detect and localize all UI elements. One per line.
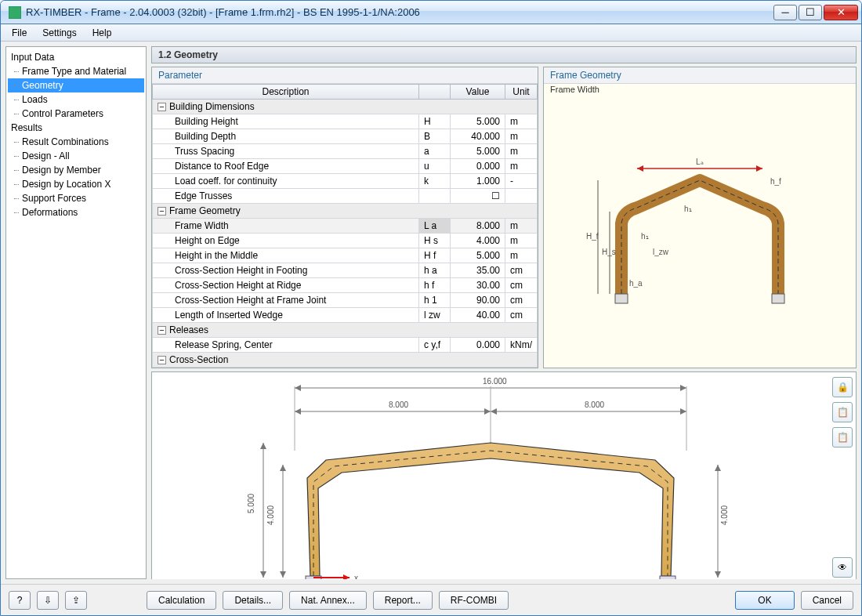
svg-rect-0 bbox=[615, 294, 628, 303]
svg-text:Lₐ: Lₐ bbox=[696, 158, 704, 166]
panel-title: 1.2 Geometry bbox=[151, 46, 857, 63]
minimize-button[interactable]: ─ bbox=[773, 5, 797, 20]
menu-settings[interactable]: Settings bbox=[36, 26, 82, 40]
svg-marker-16 bbox=[295, 385, 301, 391]
sidebar-item-design-locx[interactable]: Design by Location X bbox=[8, 177, 144, 191]
svg-marker-3 bbox=[637, 165, 643, 172]
nat-annex-button[interactable]: Nat. Annex... bbox=[289, 591, 367, 610]
drawing-panel: 16.000 8.000 8.000 bbox=[151, 371, 857, 579]
svg-marker-43 bbox=[280, 571, 286, 578]
tree-head-input: Input Data bbox=[8, 50, 144, 64]
calculation-button[interactable]: Calculation bbox=[147, 591, 216, 610]
svg-text:h_a: h_a bbox=[629, 279, 643, 288]
menubar: File Settings Help bbox=[1, 24, 861, 42]
parameter-label: Parameter bbox=[152, 67, 538, 84]
svg-text:5.000: 5.000 bbox=[247, 494, 255, 513]
menu-file[interactable]: File bbox=[5, 26, 33, 40]
col-desc: Description bbox=[153, 85, 419, 100]
rf-combi-button[interactable]: RF-COMBI bbox=[439, 591, 509, 610]
sidebar-item-deform[interactable]: Deformations bbox=[8, 205, 144, 219]
view-icon[interactable]: 👁 bbox=[832, 557, 853, 578]
svg-marker-17 bbox=[680, 385, 686, 391]
svg-marker-46 bbox=[715, 465, 721, 471]
preview-canvas: Lₐ h_f H_f H_s h₁ h₁ l_zw h bbox=[544, 95, 856, 368]
sidebar-item-loads[interactable]: Loads bbox=[8, 92, 144, 107]
preview-sub: Frame Width bbox=[544, 84, 856, 95]
copy2-icon[interactable]: 📋 bbox=[832, 427, 853, 448]
cancel-button[interactable]: Cancel bbox=[801, 591, 853, 610]
maximize-button[interactable]: ☐ bbox=[799, 5, 822, 20]
tree-head-results: Results bbox=[8, 121, 144, 135]
lock-icon[interactable]: 🔒 bbox=[832, 377, 853, 397]
app-icon bbox=[9, 6, 21, 19]
svg-text:H_f: H_f bbox=[586, 232, 599, 241]
sidebar-item-design-all[interactable]: Design - All bbox=[8, 149, 144, 163]
group-releases[interactable]: −Releases bbox=[153, 323, 538, 338]
drawing-canvas[interactable]: 16.000 8.000 8.000 bbox=[152, 372, 829, 579]
svg-text:4.000: 4.000 bbox=[720, 505, 729, 525]
col-unit: Unit bbox=[505, 85, 538, 100]
titlebar: RX-TIMBER - Frame - 2.04.0003 (32bit) - … bbox=[1, 1, 861, 24]
svg-text:8.000: 8.000 bbox=[389, 400, 408, 409]
svg-text:4.000: 4.000 bbox=[266, 505, 275, 525]
svg-text:h₁: h₁ bbox=[641, 232, 649, 241]
parameter-table[interactable]: Description Value Unit −Building Dimensi… bbox=[152, 84, 538, 368]
preview-panel: Frame Geometry Frame Width bbox=[543, 67, 857, 368]
svg-rect-1 bbox=[772, 294, 784, 303]
svg-text:h₁: h₁ bbox=[684, 205, 692, 213]
close-button[interactable]: ✕ bbox=[824, 5, 858, 20]
sidebar-item-support[interactable]: Support Forces bbox=[8, 191, 144, 205]
parameter-panel: Parameter Description Value Unit −Buildi… bbox=[151, 67, 538, 368]
svg-marker-38 bbox=[260, 443, 266, 449]
svg-text:8.000: 8.000 bbox=[585, 400, 604, 409]
col-value: Value bbox=[451, 85, 505, 100]
window-title: RX-TIMBER - Frame - 2.04.0003 (32bit) - … bbox=[26, 6, 773, 18]
svg-marker-22 bbox=[484, 408, 491, 415]
svg-text:x: x bbox=[354, 574, 358, 579]
sidebar: Input Data Frame Type and Material Geome… bbox=[5, 46, 147, 579]
svg-marker-24 bbox=[680, 408, 686, 415]
export-icon[interactable]: ⇪ bbox=[65, 591, 87, 610]
group-cross-section[interactable]: −Cross-Section bbox=[153, 353, 538, 368]
svg-text:H_s: H_s bbox=[602, 248, 616, 256]
svg-rect-31 bbox=[660, 576, 675, 579]
details-button[interactable]: Details... bbox=[223, 591, 283, 610]
menu-help[interactable]: Help bbox=[86, 26, 118, 40]
sidebar-item-result-comb[interactable]: Result Combinations bbox=[8, 135, 144, 149]
edge-trusses-checkbox[interactable]: ☐ bbox=[451, 189, 505, 204]
sidebar-item-design-member[interactable]: Design by Member bbox=[8, 163, 144, 177]
sidebar-item-control[interactable]: Control Parameters bbox=[8, 107, 144, 121]
drawing-tools: 🔒 📋 📋 👁 🔍 bbox=[829, 372, 856, 579]
ok-button[interactable]: OK bbox=[735, 591, 794, 610]
group-building[interactable]: −Building Dimensions bbox=[153, 100, 538, 114]
svg-marker-21 bbox=[295, 408, 301, 415]
import-icon[interactable]: ⇩ bbox=[37, 591, 59, 610]
group-frame-geom[interactable]: −Frame Geometry bbox=[153, 204, 538, 219]
sidebar-item-geometry[interactable]: Geometry bbox=[8, 78, 144, 92]
svg-text:h_f: h_f bbox=[770, 177, 781, 186]
copy-icon[interactable]: 📋 bbox=[832, 402, 853, 422]
svg-marker-47 bbox=[715, 571, 721, 578]
col-sym bbox=[419, 85, 451, 100]
sidebar-item-frame-type[interactable]: Frame Type and Material bbox=[8, 64, 144, 78]
report-button[interactable]: Report... bbox=[373, 591, 433, 610]
svg-marker-4 bbox=[756, 165, 762, 172]
svg-marker-39 bbox=[260, 571, 266, 578]
svg-text:l_zw: l_zw bbox=[653, 248, 669, 256]
help-icon[interactable]: ? bbox=[9, 591, 31, 610]
preview-head: Frame Geometry bbox=[544, 67, 856, 84]
bottom-bar: ? ⇩ ⇪ Calculation Details... Nat. Annex.… bbox=[1, 584, 861, 615]
svg-marker-23 bbox=[491, 408, 497, 415]
svg-text:16.000: 16.000 bbox=[483, 377, 507, 386]
svg-marker-42 bbox=[280, 465, 286, 471]
